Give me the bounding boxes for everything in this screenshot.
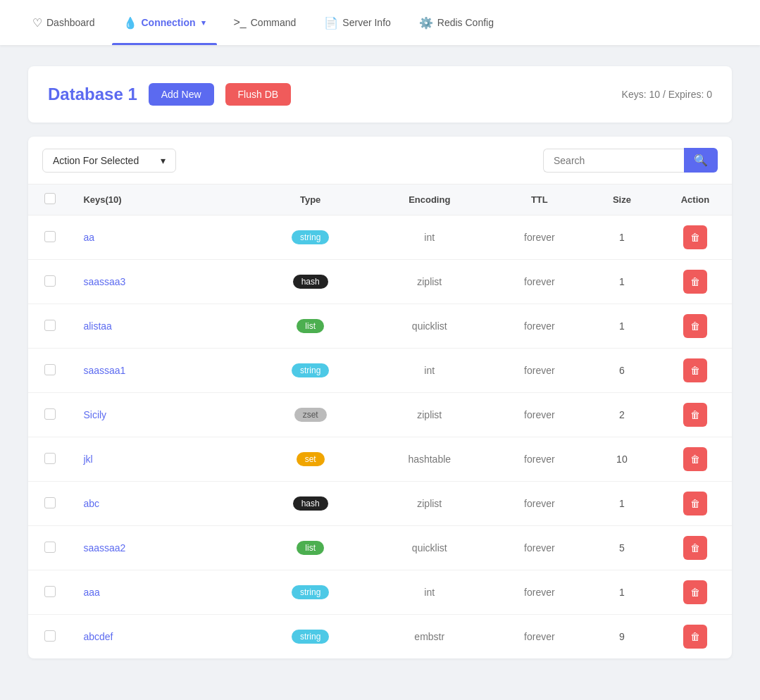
row-checkbox[interactable] — [44, 453, 56, 464]
row-action-cell: 🗑 — [659, 393, 732, 437]
key-link[interactable]: aaa — [83, 587, 99, 598]
row-checkbox[interactable] — [44, 231, 56, 242]
type-badge: zset — [294, 408, 327, 422]
search-button[interactable]: 🔍 — [684, 148, 718, 173]
nav-command-label: Command — [251, 17, 297, 28]
row-size-cell: 10 — [585, 437, 659, 482]
row-size-cell: 1 — [585, 304, 659, 349]
table-row: saassaa1 string int forever 6 🗑 — [28, 349, 732, 393]
row-encoding-cell: int — [366, 215, 494, 260]
row-ttl-cell: forever — [494, 260, 585, 304]
row-encoding-cell: int — [366, 570, 494, 615]
row-key-cell: jkl — [72, 437, 255, 482]
row-key-cell: saassaa3 — [72, 260, 255, 304]
key-link[interactable]: alistaa — [83, 320, 111, 332]
add-new-button[interactable]: Add New — [149, 83, 214, 106]
type-badge: string — [292, 230, 329, 244]
row-checkbox[interactable] — [44, 497, 56, 508]
table-header-row: Keys(10) Type Encoding TTL Size Action — [28, 185, 732, 215]
connection-icon: 💧 — [123, 16, 137, 30]
row-ttl-cell: forever — [494, 393, 585, 437]
row-size-cell: 1 — [585, 482, 659, 526]
delete-button[interactable]: 🗑 — [683, 403, 707, 427]
row-ttl-cell: forever — [494, 570, 585, 615]
row-checkbox[interactable] — [44, 408, 56, 420]
col-encoding: Encoding — [366, 185, 494, 215]
row-checkbox[interactable] — [44, 542, 56, 553]
row-key-cell: abcdef — [72, 615, 255, 659]
row-type-cell: string — [256, 615, 366, 659]
delete-button[interactable]: 🗑 — [683, 492, 707, 515]
col-ttl: TTL — [494, 185, 585, 215]
chevron-down-icon: ▾ — [201, 18, 206, 27]
nav-connection[interactable]: 💧 Connection ▾ — [112, 0, 217, 45]
row-checkbox-cell — [28, 393, 72, 437]
delete-button[interactable]: 🗑 — [683, 225, 707, 249]
key-link[interactable]: saassaa1 — [83, 365, 125, 376]
nav-command[interactable]: >_ Command — [223, 0, 308, 45]
flush-db-button[interactable]: Flush DB — [225, 83, 292, 106]
delete-button[interactable]: 🗑 — [683, 270, 707, 294]
type-badge: hash — [293, 275, 328, 289]
row-size-cell: 1 — [585, 570, 659, 615]
key-link[interactable]: jkl — [83, 454, 92, 465]
search-input[interactable] — [543, 149, 684, 173]
row-action-cell: 🗑 — [659, 260, 732, 304]
delete-button[interactable]: 🗑 — [683, 536, 707, 560]
row-action-cell: 🗑 — [659, 215, 732, 260]
row-ttl-cell: forever — [494, 615, 585, 659]
nav-redis-config[interactable]: ⚙️ Redis Config — [408, 0, 505, 45]
row-type-cell: hash — [256, 482, 366, 526]
table-row: Sicily zset ziplist forever 2 🗑 — [28, 393, 732, 437]
row-ttl-cell: forever — [494, 349, 585, 393]
row-key-cell: abc — [72, 482, 255, 526]
row-checkbox[interactable] — [44, 320, 56, 331]
delete-button[interactable]: 🗑 — [683, 314, 707, 338]
row-type-cell: set — [256, 437, 366, 482]
key-link[interactable]: abcdef — [83, 631, 113, 642]
key-link[interactable]: abc — [83, 498, 99, 509]
type-badge: string — [292, 630, 329, 644]
row-key-cell: saassaa2 — [72, 526, 255, 570]
navbar: ♡ Dashboard 💧 Connection ▾ >_ Command 📄 … — [0, 0, 760, 45]
row-checkbox[interactable] — [44, 364, 56, 375]
row-type-cell: zset — [256, 393, 366, 437]
row-key-cell: alistaa — [72, 304, 255, 349]
row-key-cell: aa — [72, 215, 255, 260]
nav-dashboard[interactable]: ♡ Dashboard — [21, 0, 106, 45]
row-checkbox[interactable] — [44, 630, 56, 642]
nav-connection-label: Connection — [142, 17, 196, 28]
delete-button[interactable]: 🗑 — [683, 625, 707, 649]
col-checkbox — [28, 185, 72, 215]
table-row: saassaa3 hash ziplist forever 1 🗑 — [28, 260, 732, 304]
key-link[interactable]: saassaa3 — [83, 276, 125, 287]
row-encoding-cell: embstr — [366, 615, 494, 659]
delete-button[interactable]: 🗑 — [683, 358, 707, 382]
type-badge: hash — [293, 496, 328, 511]
row-ttl-cell: forever — [494, 215, 585, 260]
row-encoding-cell: hashtable — [366, 437, 494, 482]
trash-icon: 🗑 — [690, 542, 700, 554]
trash-icon: 🗑 — [690, 365, 700, 376]
trash-icon: 🗑 — [690, 232, 700, 243]
action-for-selected-dropdown[interactable]: Action For Selected ▾ — [42, 149, 176, 173]
key-link[interactable]: aa — [83, 232, 94, 243]
nav-server-info[interactable]: 📄 Server Info — [313, 0, 401, 45]
key-link[interactable]: saassaa2 — [83, 542, 125, 554]
table-row: aa string int forever 1 🗑 — [28, 215, 732, 260]
row-checkbox[interactable] — [44, 586, 56, 597]
row-checkbox-cell — [28, 349, 72, 393]
delete-button[interactable]: 🗑 — [683, 580, 707, 604]
type-badge: string — [292, 585, 329, 599]
select-all-checkbox[interactable] — [44, 193, 56, 204]
type-badge: string — [292, 363, 329, 377]
database-title: Database 1 — [48, 85, 137, 104]
row-ttl-cell: forever — [494, 482, 585, 526]
nav-server-info-label: Server Info — [342, 17, 390, 28]
key-link[interactable]: Sicily — [83, 409, 106, 420]
row-checkbox[interactable] — [44, 275, 56, 287]
nav-redis-config-label: Redis Config — [437, 17, 494, 28]
row-size-cell: 1 — [585, 260, 659, 304]
delete-button[interactable]: 🗑 — [683, 447, 707, 471]
table-row: abc hash ziplist forever 1 🗑 — [28, 482, 732, 526]
